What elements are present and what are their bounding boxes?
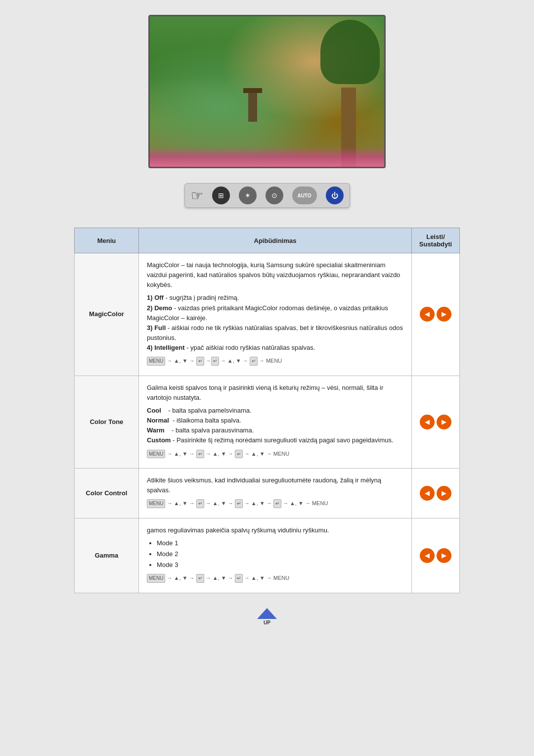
col-header-description: Apibūdinimas [139,228,412,253]
menu-cell-magiccolor: MagicColor [75,253,139,376]
action-cell-colorcontrol: ◀ ▶ [412,469,460,519]
menu-label-colorcontrol: Color Control [86,489,128,497]
table-row: MagicColor MagicColor – tai nauja techno… [75,253,460,376]
nav-arrows-colortone: ◀ ▶ [420,415,451,429]
nav-path-colortone: MENU → ▲, ▼ → ↵ → ▲, ▼ → ↵ → ▲, ▼ → MENU [147,450,403,459]
left-arrow-colortone[interactable]: ◀ [420,415,435,429]
right-arrow-colortone[interactable]: ▶ [437,415,451,429]
up-label: UP [264,620,270,625]
control-bar: ☞ ⊞ ✶ ⊙ AUTO ⏻ [184,183,350,208]
nav-arrows-gamma: ◀ ▶ [420,548,451,563]
menu-label-gamma: Gamma [95,552,119,559]
settings-button[interactable]: ⊙ [266,187,283,204]
menu-cell-colortone: Color Tone [75,376,139,468]
list-item: Mode 2 [157,549,403,559]
brightness-button[interactable]: ✶ [239,187,257,204]
desc-cell-colorcontrol: Atlikite šiuos veiksmus, kad individuali… [139,469,412,519]
nav-arrows-magiccolor: ◀ ▶ [420,307,451,322]
menu-label-colortone: Color Tone [90,418,124,425]
desc-cell-colortone: Galima keisti spalvos toną ir pasirinkti… [139,376,412,468]
menu-label-magiccolor: MagicColor [89,310,124,318]
hand-cursor-icon: ☞ [191,188,203,204]
up-button-wrapper: UP [257,608,277,625]
nav-path-gamma: MENU → ▲, ▼ → ↵ → ▲, ▼ → ↵ → ▲, ▼ → MENU [147,574,403,583]
menu-cell-colorcontrol: Color Control [75,469,139,519]
table-row: Color Tone Galima keisti spalvos toną ir… [75,376,460,468]
nav-path-colorcontrol: MENU → ▲, ▼ → ↵ → ▲, ▼ → ↵ → ▲, ▼ → ↵ → … [147,499,403,508]
left-arrow-colorcontrol[interactable]: ◀ [420,486,435,501]
list-item: Mode 1 [157,538,403,548]
up-button[interactable]: UP [257,608,277,625]
right-arrow-magiccolor[interactable]: ▶ [437,307,451,322]
left-arrow-gamma[interactable]: ◀ [420,548,435,563]
col-header-menu: Meniu [75,228,139,253]
right-arrow-gamma[interactable]: ▶ [437,548,451,563]
nav-arrows-colorcontrol: ◀ ▶ [420,486,451,501]
action-cell-gamma: ◀ ▶ [412,518,460,593]
power-button[interactable]: ⏻ [326,187,344,204]
table-row: Gamma gamos reguliavimas pakeičia spalvų… [75,518,460,593]
menu-cell-gamma: Gamma [75,518,139,593]
auto-button[interactable]: AUTO [292,187,317,204]
action-cell-magiccolor: ◀ ▶ [412,253,460,376]
nav-path-magiccolor: MENU → ▲, ▼ → ↵ →↵ → ▲, ▼ → ↵ → MENU [147,357,403,366]
gamma-modes-list: Mode 1 Mode 2 Mode 3 [157,538,403,570]
col-header-action: Leisti/ Sustabdyti [412,228,460,253]
action-cell-colortone: ◀ ▶ [412,376,460,468]
left-arrow-magiccolor[interactable]: ◀ [420,307,435,322]
desc-cell-magiccolor: MagicColor – tai nauja technologija, kur… [139,253,412,376]
desc-cell-gamma: gamos reguliavimas pakeičia spalvų ryšku… [139,518,412,593]
menu-button[interactable]: ⊞ [212,187,230,204]
table-row: Color Control Atlikite šiuos veiksmus, k… [75,469,460,519]
list-item: Mode 3 [157,560,403,570]
up-triangle-icon [257,608,277,619]
feature-table: Meniu Apibūdinimas Leisti/ Sustabdyti Ma… [74,228,460,593]
monitor-image [148,15,386,168]
right-arrow-colorcontrol[interactable]: ▶ [437,486,451,501]
